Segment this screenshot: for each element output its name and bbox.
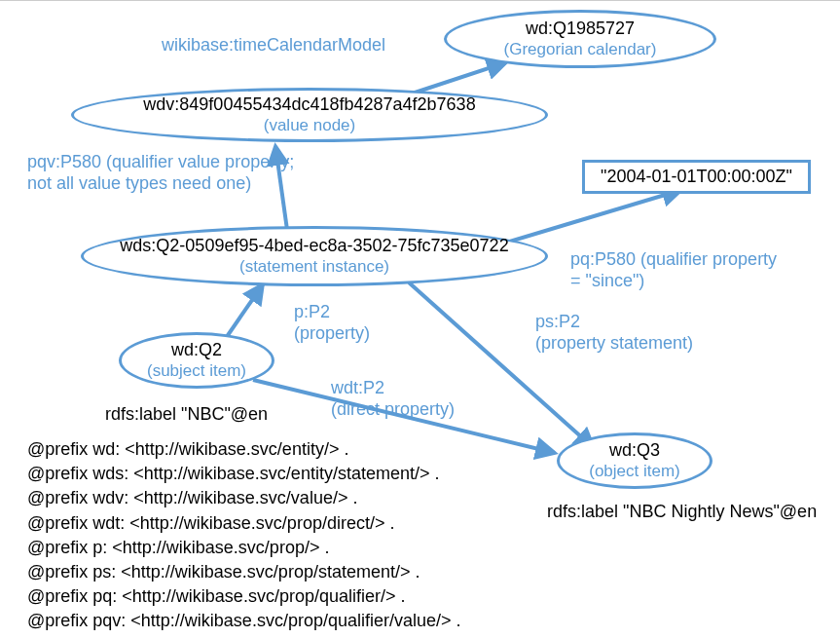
edge-label-time-calendar-model: wikibase:timeCalendarModel xyxy=(162,35,385,56)
node-title: "2004-01-01T00:00:00Z" xyxy=(601,167,792,188)
object-rdfs-label: rdfs:label "NBC Nightly News"@en xyxy=(547,500,817,523)
edge-text-line2: (property statement) xyxy=(535,333,693,355)
node-subtitle: (object item) xyxy=(589,462,680,481)
edge-text-line1: ps:P2 xyxy=(535,312,693,333)
edge-label-pq: pq:P580 (qualifier property = "since") xyxy=(570,249,777,291)
node-title: wd:Q1985727 xyxy=(526,19,635,40)
edge-label-pqv: pqv:P580 (qualifier value property; not … xyxy=(27,152,294,194)
node-subtitle: (Gregorian calendar) xyxy=(504,40,657,59)
edge-text-line1: wdt:P2 xyxy=(331,378,455,399)
node-title: wd:Q3 xyxy=(609,440,660,462)
node-statement-instance: wds:Q2-0509ef95-4bed-ec8a-3502-75fc735e0… xyxy=(81,226,548,286)
edge-text-line1: pqv:P580 (qualifier value property; xyxy=(27,152,294,173)
edge-text-line2: (property) xyxy=(294,323,370,345)
edge-label-wdt: wdt:P2 (direct property) xyxy=(331,378,455,420)
subject-rdfs-label: rdfs:label "NBC"@en xyxy=(105,402,268,426)
edge-text-line1: pq:P580 (qualifier property xyxy=(570,249,777,271)
node-title: wd:Q2 xyxy=(171,340,222,361)
edge-text: wikibase:timeCalendarModel xyxy=(162,35,385,55)
prefix-declarations: @prefix wd: <http://wikibase.svc/entity/… xyxy=(27,437,461,634)
edge-text-line2: not all value types need one) xyxy=(27,173,294,195)
node-value-node: wdv:849f00455434dc418fb4287a4f2b7638 (va… xyxy=(71,88,548,142)
edge-label-p: p:P2 (property) xyxy=(294,302,370,344)
node-title: wdv:849f00455434dc418fb4287a4f2b7638 xyxy=(143,94,475,116)
svg-line-3 xyxy=(224,284,263,341)
edge-text-line2: (direct property) xyxy=(331,399,455,421)
node-literal: "2004-01-01T00:00:00Z" xyxy=(582,160,811,194)
node-gregorian-calendar: wd:Q1985727 (Gregorian calendar) xyxy=(444,10,716,68)
node-subtitle: (subject item) xyxy=(147,361,246,381)
node-title: wds:Q2-0509ef95-4bed-ec8a-3502-75fc735e0… xyxy=(120,236,508,257)
edge-text-line2: = "since") xyxy=(570,271,777,292)
node-object-item: wd:Q3 (object item) xyxy=(557,432,712,489)
top-separator xyxy=(0,0,840,1)
svg-line-2 xyxy=(487,190,681,248)
edge-label-ps: ps:P2 (property statement) xyxy=(535,312,693,354)
svg-line-4 xyxy=(409,282,594,448)
node-subject-item: wd:Q2 (subject item) xyxy=(119,332,274,389)
edge-text-line1: p:P2 xyxy=(294,302,370,323)
node-subtitle: (value node) xyxy=(264,116,356,135)
node-subtitle: (statement instance) xyxy=(239,257,389,277)
